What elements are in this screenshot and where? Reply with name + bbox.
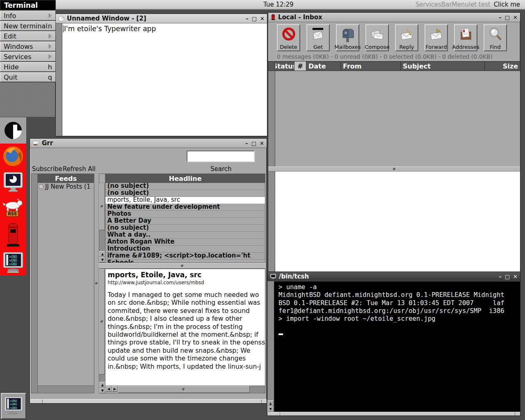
services-click-me-button[interactable]: Click me	[494, 1, 520, 8]
find-button[interactable]: Find	[484, 24, 507, 51]
scroll-down-icon[interactable]: ▼	[99, 388, 105, 393]
headline-row[interactable]: (no subject)	[105, 225, 265, 232]
headline-row[interactable]: iframe &#1089; <script>top.location='ht	[105, 253, 265, 260]
delete-button[interactable]: Delete	[277, 24, 300, 51]
terminal-screen[interactable]: > uname -a MidnightBSD defiant.midnightb…	[274, 281, 520, 412]
headline-row[interactable]: New feature under development	[105, 204, 265, 211]
get-button[interactable]: Get	[306, 24, 330, 51]
grr-horizontal-splitter[interactable]	[99, 263, 265, 269]
typewriter-monitor-icon[interactable]	[2, 171, 25, 195]
column-header-date[interactable]: Date	[306, 62, 341, 71]
minimize-icon[interactable]: –	[245, 141, 248, 146]
grr-rss-dog-icon[interactable]: RSS	[1, 199, 25, 218]
gnumail-splitter[interactable]	[268, 167, 520, 171]
scroll-up-icon[interactable]: ▲	[267, 400, 274, 406]
headline-scrollbar[interactable]: ▲ ▼	[99, 173, 105, 263]
scrollbar-trough[interactable]	[267, 281, 274, 400]
article-view[interactable]: mports, Etoile, Java, src http://www.jus…	[105, 269, 265, 386]
refresh-all-button[interactable]: Refresh All	[63, 165, 96, 173]
subscribe-button[interactable]: Subscribe	[32, 165, 62, 173]
scrollbar-trough[interactable]	[250, 386, 265, 393]
grr-titlebar[interactable]: Grr – □ ✕	[30, 139, 267, 148]
article-hscrollbar[interactable]: ◀ ▶	[105, 386, 265, 393]
column-header-subject[interactable]: Subject	[401, 62, 485, 71]
headline-row-clipped[interactable]: Schools	[105, 260, 265, 262]
addresses-button[interactable]: Addresses	[454, 24, 477, 51]
close-icon[interactable]: ✕	[260, 141, 264, 146]
scrollbar-knob[interactable]	[99, 183, 105, 230]
typewriter-scrollbar[interactable]	[56, 23, 62, 136]
headline-row[interactable]: Introduction	[105, 246, 265, 253]
gnu-terminal-icon[interactable]: >GNU >GNU >GNU	[2, 251, 25, 274]
gnumail-postbox-icon[interactable]	[3, 222, 23, 247]
resize-handle-middle[interactable]	[43, 399, 262, 403]
resize-handle-left[interactable]	[267, 412, 280, 415]
headline-list[interactable]: (no subject) (no subject) mports, Etoile…	[105, 183, 265, 262]
scroll-left-icon[interactable]: ◀	[105, 386, 112, 392]
maximize-icon[interactable]: □	[505, 274, 510, 279]
feeds-scrollbar[interactable]	[31, 173, 37, 393]
message-list-scrollbar[interactable]	[268, 71, 275, 167]
headline-row[interactable]: (no subject)	[105, 190, 265, 197]
grr-vertical-splitter[interactable]	[94, 173, 99, 393]
headline-row[interactable]: Photos	[105, 211, 265, 218]
column-header-number[interactable]: #	[294, 62, 306, 71]
menu-item-windows[interactable]: Windows	[0, 41, 56, 51]
feeds-list[interactable]: JJ New Posts (1	[38, 183, 94, 386]
tcsh-titlebar[interactable]: /bin/tcsh – □ ✕	[267, 272, 520, 281]
tcsh-scrollbar[interactable]: ▲ ▼	[267, 281, 274, 412]
column-header-size[interactable]: Size	[485, 62, 520, 71]
preview-body[interactable]	[275, 171, 520, 272]
column-header-status[interactable]: Status	[275, 62, 294, 71]
maximize-icon[interactable]: □	[252, 16, 257, 21]
menu-title[interactable]: Terminal	[0, 0, 56, 10]
close-icon[interactable]: ✕	[513, 15, 518, 20]
scrollbar-trough[interactable]	[99, 374, 105, 382]
feeds-header[interactable]: Feeds	[38, 174, 94, 183]
article-url[interactable]: http://www.justjournal.com/users/mbsd	[107, 280, 265, 285]
scroll-up-icon[interactable]: ▲	[99, 251, 105, 257]
minimize-icon[interactable]: –	[246, 16, 249, 21]
tcsh-resize-bar[interactable]	[267, 412, 520, 415]
headline-header[interactable]: Headline	[105, 174, 265, 183]
menu-item-services[interactable]: Services	[0, 52, 56, 62]
feed-row[interactable]: JJ New Posts (1	[38, 183, 94, 190]
forward-button[interactable]: Forward	[425, 24, 448, 51]
preview-scrollbar[interactable]	[268, 171, 275, 272]
scroll-down-icon[interactable]: ▼	[99, 257, 105, 262]
scroll-down-icon[interactable]: ▼	[267, 406, 274, 412]
resize-handle-left[interactable]	[30, 399, 43, 403]
headline-row-selected[interactable]: mports, Etoile, Java, src	[105, 197, 265, 204]
headline-row[interactable]: (no subject)	[105, 183, 265, 190]
search-input[interactable]	[187, 151, 255, 162]
gnumail-titlebar[interactable]: Local - Inbox – □ ✕	[268, 13, 520, 22]
feeds-hscrollbar[interactable]	[38, 386, 94, 393]
close-icon[interactable]: ✕	[260, 16, 265, 21]
menu-item-hide[interactable]: Hide h	[0, 62, 56, 72]
reply-button[interactable]: Reply	[395, 24, 418, 51]
headline-row[interactable]: What a day..	[105, 232, 265, 239]
column-header-from[interactable]: From	[341, 62, 401, 71]
menu-item-edit[interactable]: Edit	[0, 31, 56, 41]
resize-handle-right[interactable]	[262, 399, 267, 403]
scroll-right-icon[interactable]: ▶	[112, 386, 118, 392]
typewriter-titlebar[interactable]: Unnamed Window - [2] – □ ✕	[56, 14, 267, 23]
message-list-body[interactable]	[275, 71, 520, 167]
compose-button[interactable]: Compose	[365, 24, 389, 51]
close-icon[interactable]: ✕	[513, 274, 518, 279]
scrollbar-knob[interactable]	[99, 269, 105, 374]
menu-item-quit[interactable]: Quit q	[0, 72, 56, 82]
resize-handle-middle[interactable]	[280, 412, 515, 415]
scroll-up-icon[interactable]: ▲	[99, 382, 105, 388]
headline-row[interactable]: A Better Day	[105, 218, 265, 225]
menu-item-info[interactable]: Info	[0, 11, 56, 21]
headline-row[interactable]: Anton Rogan White	[105, 239, 265, 246]
minimize-icon[interactable]: –	[499, 15, 502, 20]
dock-tile-terminal[interactable]: >GNU >GNU >GNU	[1, 393, 26, 419]
menu-item-new-terminal[interactable]: New terminal n	[0, 21, 56, 31]
typewriter-textarea[interactable]: I'm etoile's Typewriter app	[62, 23, 267, 136]
resize-handle-right[interactable]	[515, 412, 520, 415]
scrollbar-trough[interactable]	[99, 230, 105, 251]
scrollbar-knob[interactable]	[118, 386, 250, 393]
minimize-icon[interactable]: –	[499, 274, 502, 279]
